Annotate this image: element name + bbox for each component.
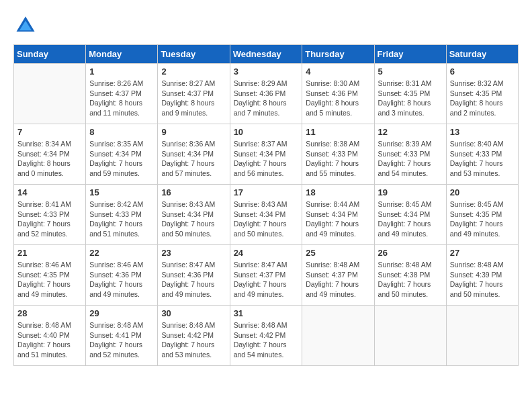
calendar-cell: 16Sunrise: 8:43 AMSunset: 4:34 PMDayligh… [158, 185, 230, 245]
calendar-cell: 20Sunrise: 8:45 AMSunset: 4:35 PMDayligh… [446, 185, 518, 245]
day-number: 22 [89, 248, 154, 258]
calendar-cell: 23Sunrise: 8:47 AMSunset: 4:36 PMDayligh… [158, 245, 230, 306]
day-number: 5 [378, 66, 443, 77]
calendar-cell: 13Sunrise: 8:40 AMSunset: 4:33 PMDayligh… [446, 124, 518, 185]
day-number: 21 [17, 248, 82, 258]
day-info: Sunrise: 8:31 AMSunset: 4:35 PMDaylight:… [378, 79, 443, 118]
calendar-cell: 2Sunrise: 8:27 AMSunset: 4:37 PMDaylight… [158, 64, 230, 124]
calendar-cell: 28Sunrise: 8:48 AMSunset: 4:40 PMDayligh… [14, 306, 86, 366]
day-number: 14 [17, 187, 82, 197]
calendar-cell: 3Sunrise: 8:29 AMSunset: 4:36 PMDaylight… [230, 64, 302, 124]
day-info: Sunrise: 8:46 AMSunset: 4:35 PMDaylight:… [17, 260, 82, 300]
day-number: 8 [89, 127, 154, 137]
day-info: Sunrise: 8:43 AMSunset: 4:34 PMDaylight:… [161, 199, 226, 239]
day-number: 24 [234, 248, 299, 258]
day-info: Sunrise: 8:48 AMSunset: 4:40 PMDaylight:… [17, 320, 82, 360]
day-number: 30 [161, 308, 226, 318]
calendar-cell: 24Sunrise: 8:47 AMSunset: 4:37 PMDayligh… [230, 245, 302, 306]
calendar-cell: 5Sunrise: 8:31 AMSunset: 4:35 PMDaylight… [374, 64, 446, 124]
day-info: Sunrise: 8:48 AMSunset: 4:41 PMDaylight:… [89, 320, 154, 360]
day-info: Sunrise: 8:41 AMSunset: 4:33 PMDaylight:… [17, 199, 82, 239]
day-info: Sunrise: 8:45 AMSunset: 4:35 PMDaylight:… [450, 199, 515, 239]
day-info: Sunrise: 8:35 AMSunset: 4:34 PMDaylight:… [89, 139, 154, 179]
day-info: Sunrise: 8:48 AMSunset: 4:42 PMDaylight:… [161, 320, 226, 360]
day-info: Sunrise: 8:47 AMSunset: 4:37 PMDaylight:… [234, 260, 299, 300]
day-number: 19 [378, 187, 443, 197]
day-info: Sunrise: 8:40 AMSunset: 4:33 PMDaylight:… [450, 139, 515, 179]
calendar-cell: 9Sunrise: 8:36 AMSunset: 4:34 PMDaylight… [158, 124, 230, 185]
day-info: Sunrise: 8:29 AMSunset: 4:36 PMDaylight:… [234, 79, 299, 118]
day-number: 7 [17, 127, 82, 137]
day-info: Sunrise: 8:36 AMSunset: 4:34 PMDaylight:… [161, 139, 226, 179]
calendar-cell: 29Sunrise: 8:48 AMSunset: 4:41 PMDayligh… [86, 306, 158, 366]
day-info: Sunrise: 8:27 AMSunset: 4:37 PMDaylight:… [161, 79, 226, 118]
calendar-week-row: 7Sunrise: 8:34 AMSunset: 4:34 PMDaylight… [14, 124, 519, 185]
day-number: 20 [450, 187, 515, 197]
calendar-cell: 7Sunrise: 8:34 AMSunset: 4:34 PMDaylight… [14, 124, 86, 185]
weekday-header-wednesday: Wednesday [230, 45, 302, 64]
day-number: 2 [161, 66, 226, 77]
day-number: 9 [161, 127, 226, 137]
day-number: 17 [234, 187, 299, 197]
calendar-cell: 31Sunrise: 8:48 AMSunset: 4:42 PMDayligh… [230, 306, 302, 366]
day-number: 4 [306, 66, 370, 77]
day-info: Sunrise: 8:48 AMSunset: 4:38 PMDaylight:… [378, 260, 443, 300]
calendar-cell: 26Sunrise: 8:48 AMSunset: 4:38 PMDayligh… [374, 245, 446, 306]
weekday-header-monday: Monday [86, 45, 158, 64]
calendar-table: SundayMondayTuesdayWednesdayThursdayFrid… [13, 44, 519, 366]
day-info: Sunrise: 8:48 AMSunset: 4:37 PMDaylight:… [306, 260, 370, 300]
day-number: 25 [306, 248, 370, 258]
weekday-header-sunday: Sunday [14, 45, 86, 64]
day-info: Sunrise: 8:45 AMSunset: 4:34 PMDaylight:… [378, 199, 443, 239]
day-info: Sunrise: 8:26 AMSunset: 4:37 PMDaylight:… [89, 79, 154, 118]
day-number: 27 [450, 248, 515, 258]
day-info: Sunrise: 8:48 AMSunset: 4:39 PMDaylight:… [450, 260, 515, 300]
calendar-cell: 11Sunrise: 8:38 AMSunset: 4:33 PMDayligh… [302, 124, 374, 185]
day-number: 6 [450, 66, 515, 77]
day-number: 1 [89, 66, 154, 77]
day-number: 16 [161, 187, 226, 197]
weekday-header-tuesday: Tuesday [158, 45, 230, 64]
calendar-cell: 22Sunrise: 8:46 AMSunset: 4:36 PMDayligh… [86, 245, 158, 306]
day-number: 13 [450, 127, 515, 137]
calendar-cell [14, 64, 86, 124]
day-number: 23 [161, 248, 226, 258]
calendar-cell: 30Sunrise: 8:48 AMSunset: 4:42 PMDayligh… [158, 306, 230, 366]
weekday-header-thursday: Thursday [302, 45, 374, 64]
day-number: 28 [17, 308, 82, 318]
calendar-cell: 4Sunrise: 8:30 AMSunset: 4:36 PMDaylight… [302, 64, 374, 124]
day-number: 3 [234, 66, 299, 77]
calendar-cell: 10Sunrise: 8:37 AMSunset: 4:34 PMDayligh… [230, 124, 302, 185]
day-info: Sunrise: 8:32 AMSunset: 4:35 PMDaylight:… [450, 79, 515, 118]
calendar-cell: 25Sunrise: 8:48 AMSunset: 4:37 PMDayligh… [302, 245, 374, 306]
calendar-week-row: 21Sunrise: 8:46 AMSunset: 4:35 PMDayligh… [14, 245, 519, 306]
calendar-cell: 8Sunrise: 8:35 AMSunset: 4:34 PMDaylight… [86, 124, 158, 185]
day-info: Sunrise: 8:47 AMSunset: 4:36 PMDaylight:… [161, 260, 226, 300]
calendar-cell: 19Sunrise: 8:45 AMSunset: 4:34 PMDayligh… [374, 185, 446, 245]
calendar-cell: 18Sunrise: 8:44 AMSunset: 4:34 PMDayligh… [302, 185, 374, 245]
day-info: Sunrise: 8:34 AMSunset: 4:34 PMDaylight:… [17, 139, 82, 179]
page-header [13, 13, 519, 38]
day-number: 12 [378, 127, 443, 137]
day-number: 10 [234, 127, 299, 137]
day-info: Sunrise: 8:42 AMSunset: 4:33 PMDaylight:… [89, 199, 154, 239]
calendar-cell [302, 306, 374, 366]
calendar-header-row: SundayMondayTuesdayWednesdayThursdayFrid… [14, 45, 519, 64]
day-info: Sunrise: 8:39 AMSunset: 4:33 PMDaylight:… [378, 139, 443, 179]
calendar-cell: 1Sunrise: 8:26 AMSunset: 4:37 PMDaylight… [86, 64, 158, 124]
day-number: 11 [306, 127, 370, 137]
day-info: Sunrise: 8:43 AMSunset: 4:34 PMDaylight:… [234, 199, 299, 239]
day-info: Sunrise: 8:48 AMSunset: 4:42 PMDaylight:… [234, 320, 299, 360]
calendar-cell: 17Sunrise: 8:43 AMSunset: 4:34 PMDayligh… [230, 185, 302, 245]
day-info: Sunrise: 8:30 AMSunset: 4:36 PMDaylight:… [306, 79, 370, 118]
day-number: 18 [306, 187, 370, 197]
day-number: 29 [89, 308, 154, 318]
day-info: Sunrise: 8:44 AMSunset: 4:34 PMDaylight:… [306, 199, 370, 239]
day-number: 15 [89, 187, 154, 197]
calendar-cell: 27Sunrise: 8:48 AMSunset: 4:39 PMDayligh… [446, 245, 518, 306]
day-info: Sunrise: 8:37 AMSunset: 4:34 PMDaylight:… [234, 139, 299, 179]
calendar-cell [446, 306, 518, 366]
calendar-week-row: 1Sunrise: 8:26 AMSunset: 4:37 PMDaylight… [14, 64, 519, 124]
weekday-header-saturday: Saturday [446, 45, 518, 64]
calendar-cell [374, 306, 446, 366]
